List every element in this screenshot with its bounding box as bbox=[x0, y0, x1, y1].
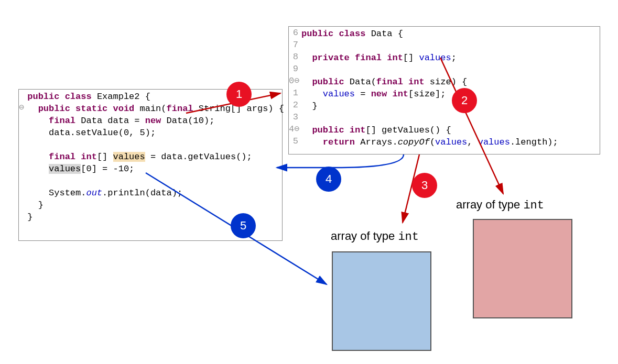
array-blue-box bbox=[332, 251, 431, 351]
code-right: public class Data { private final int[] … bbox=[299, 27, 600, 154]
badge-2: 2 bbox=[452, 88, 477, 113]
gutter-left: ⊖ bbox=[19, 90, 25, 240]
label-array-right: array of type int bbox=[456, 198, 544, 212]
badge-4: 4 bbox=[316, 167, 341, 192]
gutter-right: 6 7 8 9 0⊖ 1 2 3 4⊖ 5 bbox=[289, 27, 299, 154]
badge-3: 3 bbox=[412, 173, 437, 198]
badge-5: 5 bbox=[231, 213, 256, 238]
array-red-box bbox=[473, 219, 572, 318]
code-box-data: 6 7 8 9 0⊖ 1 2 3 4⊖ 5 public class Data … bbox=[288, 26, 600, 155]
label-array-left: array of type int bbox=[331, 229, 419, 244]
badge-1: 1 bbox=[226, 82, 252, 107]
